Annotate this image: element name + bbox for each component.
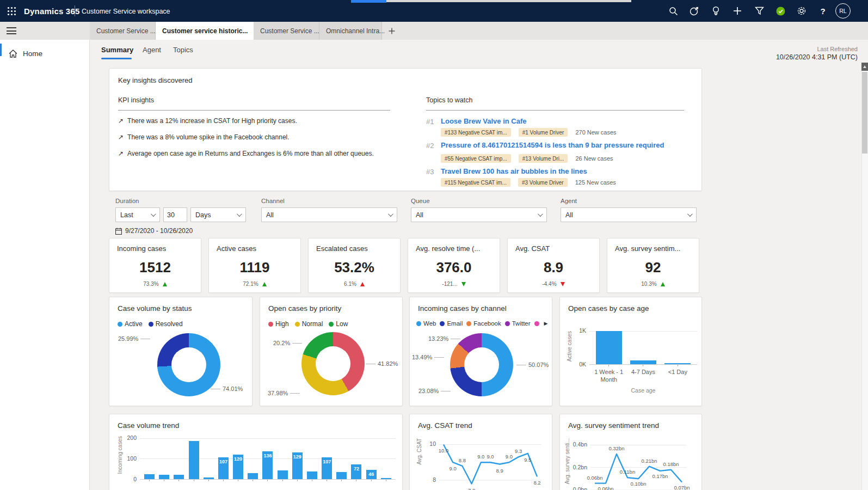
open-cases-by-case-age-card: Open cases by case age Active cases 1K0K…	[559, 297, 702, 406]
lightbulb-icon[interactable]	[709, 4, 723, 17]
bar-plot: 1071201361291077246	[140, 436, 396, 480]
bar-slot	[171, 436, 186, 479]
user-avatar[interactable]: RL	[835, 3, 851, 19]
date-range-text: 9/27/2020 - 10/26/2020	[125, 227, 193, 235]
y-axis-title: Active cases	[567, 331, 574, 362]
bar-slot	[626, 331, 660, 364]
new-cases-count: 270 New cases	[575, 129, 616, 136]
bar-slot	[592, 331, 626, 364]
bar-value-label: 46	[366, 471, 377, 477]
bar	[664, 363, 691, 364]
donut-callout: 13.23%	[428, 335, 460, 342]
kpi-delta: -121...	[442, 281, 457, 287]
avg-survey-sentiment-trend-chart: Avg. survey senti... 0.4bn0.2bn0.0bn 0.0…	[564, 438, 698, 490]
y-tick-label: 8	[433, 476, 436, 483]
guided-tour-icon[interactable]	[687, 4, 701, 17]
new-tab-button[interactable]	[384, 22, 400, 40]
topics-to-watch-heading: Topics to watch	[426, 96, 472, 104]
svg-text:9.0: 9.0	[477, 454, 484, 460]
y-tick-label: 0.2bn	[573, 464, 587, 470]
waffle-icon[interactable]	[4, 4, 19, 17]
agent-select[interactable]: All	[561, 207, 697, 222]
queue-select[interactable]: All	[411, 207, 547, 222]
svg-text:10.0: 10.0	[439, 448, 449, 454]
up-right-arrow-icon: ↗	[118, 117, 124, 125]
topic-link[interactable]: Travel Brew 100 has air bubbles in the l…	[441, 167, 616, 175]
channel-select[interactable]: All	[261, 207, 397, 222]
kpi-card-escalated-cases: Escalated cases 53.2% 6.1%	[308, 238, 401, 293]
presence-available-icon[interactable]	[773, 4, 787, 17]
x-tick	[334, 480, 349, 481]
svg-text:9.5: 9.5	[524, 457, 531, 463]
kpi-card-avg-resolve-time: Avg. resolve time (... 376.0 -121...	[408, 238, 500, 293]
legend-item: Email	[440, 320, 463, 327]
line-chart-svg: 0.06bn0.06bn0.32bn0.11bn0.10bn0.21bn0.17…	[590, 438, 686, 490]
tab-label: Omnichannel Intra...	[326, 27, 385, 35]
plus-icon[interactable]	[730, 4, 744, 17]
topic-row: #2 Pressure of 8.46170121514594 is less …	[426, 141, 664, 163]
donut-callout: 74.01%	[211, 385, 243, 392]
kpi-insights-heading: KPI insights	[118, 96, 154, 104]
legend-overflow-arrow-icon[interactable]: ▶	[544, 321, 548, 326]
tab-customer-service-historical[interactable]: Customer service historic...	[156, 22, 254, 40]
scroll-up-button[interactable]	[861, 63, 868, 71]
tab-customer-service-1[interactable]: Customer Service ...	[90, 22, 156, 40]
tab-summary[interactable]: Summary	[101, 46, 133, 54]
up-right-arrow-icon: ↗	[118, 133, 124, 141]
avg-csat-trend-chart: Avg. CSAT 108 10.09.08.87.89.09.08.99.09…	[416, 438, 547, 490]
chart-legend: WebEmailFacebookTwitter▶	[416, 320, 548, 327]
donut-callout: 25.99%	[118, 335, 150, 342]
topic-link[interactable]: Loose Brew Valve in Cafe	[441, 117, 617, 125]
open-cases-by-priority-card: Open cases by priority HighNormalLow 20.…	[260, 297, 403, 406]
tab-topics[interactable]: Topics	[173, 46, 193, 54]
trend-arrow-icon	[661, 282, 665, 286]
y-tick-label: 0.4bn	[573, 441, 587, 448]
x-category-label: 4-7 Days	[626, 369, 660, 384]
kpi-insight-item: ↗There was a 8% volume spike in the Face…	[118, 133, 290, 141]
y-tick-label: 1K	[579, 327, 586, 334]
negative-csat-badge: #115 Negative CSAT im...	[441, 178, 510, 187]
hamburger-menu-icon[interactable]	[7, 27, 16, 34]
bar	[307, 471, 317, 479]
tab-customer-service-2[interactable]: Customer Service ...	[254, 22, 319, 40]
bar-value-label: 107	[322, 459, 332, 464]
tab-label: Customer Service ...	[260, 27, 319, 35]
kpi-card-avg-csat: Avg. CSAT 8.9 -4.4%	[507, 238, 600, 293]
brand-title[interactable]: Dynamics 365	[24, 7, 79, 16]
svg-text:0.18bn: 0.18bn	[663, 461, 679, 467]
duration-unit-select[interactable]: Days	[190, 207, 246, 222]
topic-link[interactable]: Pressure of 8.46170121514594 is less tha…	[441, 141, 664, 149]
bar-slot	[245, 436, 260, 479]
filter-icon[interactable]	[752, 4, 766, 17]
help-icon[interactable]: ?	[816, 4, 830, 17]
case-volume-trend-chart: Incoming cases 2001000 10712013612910772…	[117, 436, 396, 481]
kpi-value: 376.0	[408, 259, 500, 276]
duration-filter-label: Duration	[115, 198, 139, 204]
last-refreshed: Last Refreshed 10/26/2020 4:31 PM (UTC)	[727, 46, 858, 61]
svg-text:0.07bn: 0.07bn	[674, 485, 690, 490]
search-icon[interactable]	[666, 4, 680, 17]
app-name[interactable]: Customer Service workspace	[82, 8, 170, 15]
home-icon	[9, 50, 17, 58]
svg-text:8.8: 8.8	[459, 457, 466, 463]
tab-agent[interactable]: Agent	[143, 46, 161, 54]
tab-omnichannel-intraday[interactable]: Omnichannel Intra...	[319, 22, 382, 40]
left-sidebar: Home	[0, 40, 90, 490]
date-range[interactable]: 9/27/2020 - 10/26/2020	[115, 227, 193, 235]
scrollbar-thumb[interactable]	[862, 72, 867, 154]
y-tick-label: 0	[133, 476, 137, 482]
x-tick	[364, 480, 379, 481]
duration-value-input[interactable]	[163, 207, 187, 222]
donut-callout: 37.98%	[268, 390, 300, 396]
legend-dot-icon	[416, 321, 421, 326]
x-category-label: 1 Week - 1 Month	[592, 369, 626, 384]
sidebar-item-home[interactable]: Home	[0, 44, 90, 64]
x-tick	[349, 480, 364, 481]
bar-slot: 120	[231, 436, 245, 479]
settings-gear-icon[interactable]	[795, 4, 809, 17]
bar-slot	[379, 436, 393, 479]
kpi-delta: 10.3%	[641, 281, 656, 287]
calendar-icon	[115, 228, 122, 235]
duration-operator-select[interactable]: Last	[115, 207, 160, 222]
y-axis: 2001000	[125, 436, 140, 480]
